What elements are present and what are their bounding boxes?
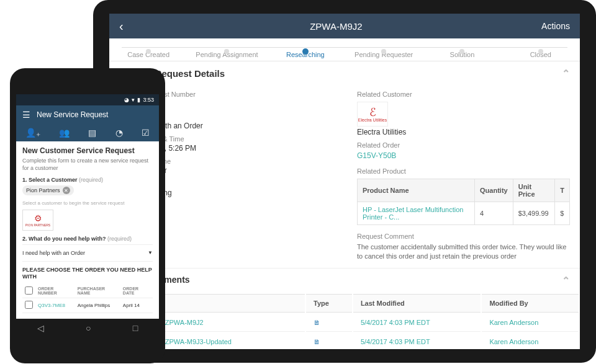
customer-chip[interactable]: Pion Partners ✕ [22,185,74,195]
purchaser-cell: Angela Phillips [75,298,120,313]
electra-logo-icon: ℰ [369,107,376,118]
phone-order-table: ORDER NUMBER PURCHASER NAME ORDER DATE Q… [22,284,153,313]
add-user-icon[interactable]: 👤₊ [25,128,40,138]
back-icon[interactable]: ‹ [119,19,131,33]
nav-home-icon[interactable]: ○ [86,323,91,333]
customer-label: Related Customer [357,91,570,98]
details-section-header[interactable]: Service Request Details ⌃ [109,61,580,86]
th-doc-type[interactable]: Type [306,294,352,313]
product-name-cell[interactable]: HP - LaserJet Laser Multifunction Printe… [358,202,475,225]
doc-row[interactable]: ElectraUtilities_ZPWA-M9J3-Updated 🗎 5/4… [111,333,579,349]
th-unit-price[interactable]: Unit Price [513,179,555,202]
progress-stepper: Case Created Pending Assignment Research… [109,38,580,61]
step-solution[interactable]: Solution [423,43,501,58]
customer-name: Electra Utilities [357,128,570,136]
doc-type-icon: 🗎 [306,314,352,332]
collapse-icon[interactable]: ⌃ [562,68,570,79]
docs-section-header[interactable]: Case Documents ⌃ [109,268,580,293]
form-title: New Customer Service Request [22,146,153,155]
details-right-col: Related Customer ℰ Electra Utilities Ele… [357,86,570,262]
status-icon: ◕ [124,97,129,103]
comment-label: Request Comment [357,233,570,240]
select-all-checkbox[interactable] [25,286,33,295]
details-body: Service Request Number ZPWA-M9J2 Request… [109,86,580,262]
check-icon[interactable]: ☑ [142,128,150,138]
list-icon[interactable]: ▤ [88,128,96,138]
product-price-cell: $3,499.99 [513,202,555,225]
phone-header-title: New Service Request [37,110,108,119]
product-row[interactable]: HP - LaserJet Laser Multifunction Printe… [358,202,570,225]
order-label: Related Order [357,141,570,149]
menu-icon[interactable]: ☰ [22,110,30,120]
actions-button[interactable]: Actions [541,21,570,31]
pion-logo-icon: ⚙ [34,213,42,223]
docs-table: Name ↑ Type Last Modified Modified By El… [109,293,580,349]
doc-modified-cell: 5/4/2017 4:03 PM EDT [353,314,481,332]
order-number-cell[interactable]: Q3V3-7ME8 [35,298,75,313]
people-icon[interactable]: 👥 [59,128,70,138]
doc-type-icon: 🗎 [306,333,352,349]
chip-remove-icon[interactable]: ✕ [63,187,70,194]
pion-logo: ⚙ PION PARTNERS [22,210,53,231]
chevron-down-icon: ▼ [148,250,153,256]
pion-logo-text: PION PARTNERS [25,223,50,227]
order-date-cell: April 14 [120,298,153,313]
android-nav-bar: ◁ ○ □ [16,319,159,337]
order-row[interactable]: Q3V3-7ME8 Angela Phillips April 14 [22,298,153,313]
phone-screen: ◕ ▾ ▮ 3:53 ☰ New Service Request 👤₊ 👥 ▤ … [16,94,159,337]
tablet-header: ‹ ZPWA-M9J2 Actions [109,14,580,38]
step2-label: 2. What do you need help with? (required… [22,236,153,242]
product-qty-cell: 4 [475,202,513,225]
step1-label: 1. Select a Customer (required) [22,177,153,183]
tablet-device: ‹ ZPWA-M9J2 Actions Case Created Pending… [93,0,596,363]
phone-header: ☰ New Service Request [16,105,159,124]
phone-status-bar: ◕ ▾ ▮ 3:53 [16,94,159,105]
customer-logo-text: Electra Utilities [358,118,387,122]
order-heading: PLEASE CHOOSE THE ORDER YOU NEED HELP WI… [22,267,153,280]
chip-label: Pion Partners [26,187,60,193]
phone-form: New Customer Service Request Complete th… [16,141,159,318]
form-subtitle: Complete this form to create a new servi… [22,158,153,172]
help-type-dropdown[interactable]: I need help with an Order ▼ [22,244,153,262]
doc-row[interactable]: ElectraUtilities_ZPWA-M9J2 🗎 5/4/2017 4:… [111,314,579,332]
product-table: Product Name Quantity Unit Price T HP - … [357,179,570,225]
row-checkbox[interactable] [25,301,33,309]
phone-tab-bar: 👤₊ 👥 ▤ ◔ ☑ [16,124,159,141]
related-order-link[interactable]: G15V-Y50B [357,151,570,160]
chart-icon[interactable]: ◔ [115,128,123,138]
th-quantity[interactable]: Quantity [475,179,513,202]
step-case-created[interactable]: Case Created [109,43,187,58]
wifi-icon: ▾ [132,97,135,103]
doc-by-cell[interactable]: Karen Anderson [482,333,579,349]
customer-hint: Select a customer to begin the service r… [22,200,153,206]
th-checkbox[interactable] [22,284,35,298]
nav-back-icon[interactable]: ◁ [37,323,44,333]
tablet-screen: ‹ ZPWA-M9J2 Actions Case Created Pending… [109,14,580,349]
th-doc-by[interactable]: Modified By [482,294,579,313]
nav-recent-icon[interactable]: □ [133,323,138,333]
customer-logo: ℰ Electra Utilities [357,102,388,127]
th-total[interactable]: T [555,179,570,202]
step-researching[interactable]: Researching [266,43,345,58]
th-product-name[interactable]: Product Name [358,179,475,202]
step-pending-assignment[interactable]: Pending Assignment [187,43,266,58]
step-pending-requester[interactable]: Pending Requester [345,43,423,58]
collapse-icon[interactable]: ⌃ [562,275,570,286]
th-order-date[interactable]: ORDER DATE [120,284,153,298]
dropdown-value: I need help with an Order [22,250,85,256]
doc-modified-cell: 5/4/2017 4:03 PM EDT [353,333,481,349]
doc-by-cell[interactable]: Karen Anderson [482,314,579,332]
step-closed[interactable]: Closed [502,43,580,58]
product-label: Related Product [357,167,570,175]
th-purchaser[interactable]: PURCHASER NAME [75,284,120,298]
th-doc-modified[interactable]: Last Modified [353,294,481,313]
status-time: 3:53 [143,97,154,103]
th-order-number[interactable]: ORDER NUMBER [35,284,75,298]
phone-device: ◕ ▾ ▮ 3:53 ☰ New Service Request 👤₊ 👥 ▤ … [10,68,165,363]
product-total-cell: $ [555,202,570,225]
page-title: ZPWA-M9J2 [131,21,541,32]
comment-text: The customer accidentally submitted this… [357,242,570,262]
battery-icon: ▮ [137,97,140,103]
